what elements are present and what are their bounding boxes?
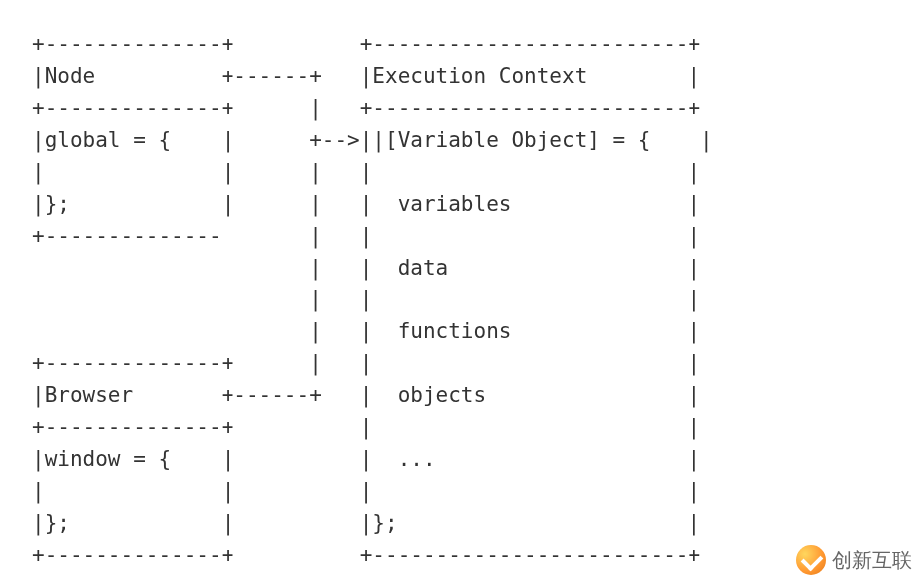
ascii-diagram: +--------------+ +----------------------… <box>0 0 924 571</box>
check-badge-icon <box>796 545 826 575</box>
watermark: 创新互联 <box>796 544 912 576</box>
watermark-text: 创新互联 <box>832 544 912 576</box>
